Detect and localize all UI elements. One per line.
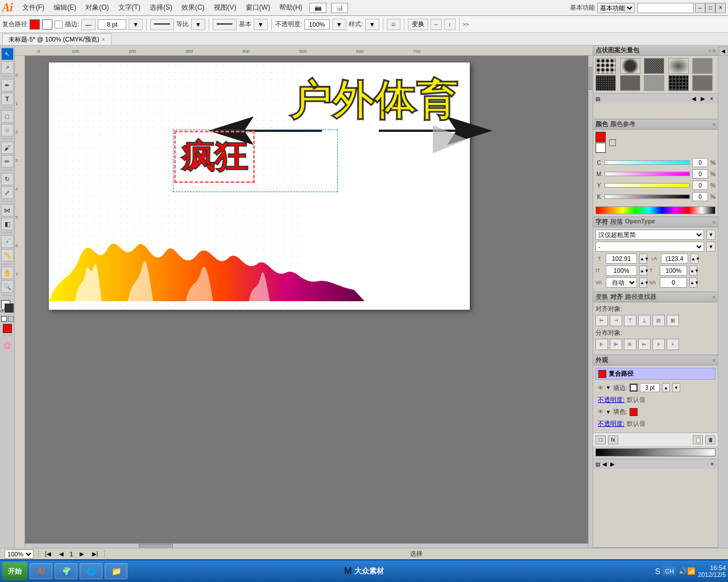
toolbar-more[interactable]: >> [463, 22, 469, 27]
status-last-btn[interactable]: ▶| [90, 551, 100, 557]
brush-item-8[interactable] [668, 75, 689, 91]
menu-select[interactable]: 选择(S) [145, 2, 177, 14]
stroke-line-btn[interactable]: ━━━━ [150, 19, 174, 30]
brush-item-4[interactable] [692, 58, 713, 74]
align-left-btn[interactable]: ⊢ [595, 315, 608, 326]
font-style-arrow[interactable]: ▼ [706, 242, 715, 252]
align-center-v-btn[interactable]: ⊟ [652, 315, 665, 326]
color-mode-normal[interactable] [1, 316, 7, 322]
brush-item-0[interactable] [595, 58, 616, 74]
brush-item-7[interactable] [644, 75, 664, 91]
m-slider[interactable] [605, 172, 690, 176]
stroke-type-btn[interactable]: ― [81, 19, 96, 30]
opacity-btn[interactable]: ▼ [332, 19, 346, 30]
color-selector[interactable]: ↺ [1, 300, 14, 313]
tool-gradient[interactable]: ◧ [1, 218, 14, 230]
font-family-select[interactable]: 汉仪超粗黑简 [595, 230, 704, 240]
tool-pen[interactable]: ✒ [1, 79, 14, 92]
color-fg-swatch[interactable] [595, 132, 606, 142]
stroke-value-up[interactable]: ▲ [662, 383, 670, 392]
tracking-spin[interactable]: ▲▼ [639, 265, 647, 276]
workspace-select[interactable]: 基本功能 [597, 3, 635, 13]
brush-panel-menu[interactable]: ≡ [713, 48, 715, 53]
char-tab-char[interactable]: 字符 [595, 218, 608, 226]
dist-center-v-btn[interactable]: ⊧ [652, 339, 665, 350]
stroke-visibility-eye[interactable]: 👁 [598, 385, 603, 391]
stroke-value-down[interactable]: ▼ [672, 383, 680, 392]
align-center-h-btn[interactable]: ⊣ [610, 315, 622, 326]
tool-rect[interactable]: □ [1, 110, 14, 123]
y-value[interactable] [692, 181, 708, 190]
panel-next-btn[interactable]: ▶ [609, 461, 617, 467]
fill-color-swatch[interactable] [630, 408, 638, 416]
baseline-spin[interactable]: ▲▼ [689, 277, 697, 288]
stroke-expand-icon[interactable]: ▼ [606, 385, 611, 390]
tab-close-btn[interactable]: × [102, 36, 105, 43]
color-spectrum[interactable] [595, 206, 715, 214]
leading-input[interactable] [661, 253, 688, 264]
color-bg-swatch[interactable] [595, 143, 606, 153]
font-family-arrow[interactable]: ▼ [706, 230, 715, 240]
opacity-input[interactable] [304, 19, 330, 30]
transform-btn[interactable]: 变换 [408, 19, 428, 30]
font-size-spin[interactable]: ▲▼ [639, 253, 647, 264]
y-slider[interactable] [605, 183, 690, 188]
brush-item-2[interactable] [644, 58, 664, 74]
mirror-v-btn[interactable]: ↕ [444, 19, 456, 30]
status-prev-btn[interactable]: |◀ [43, 551, 53, 557]
k-value[interactable] [692, 192, 708, 201]
tool-brush[interactable]: 🖌 [1, 142, 14, 154]
taskbar-explorer[interactable]: 📁 [105, 563, 127, 579]
tool-type[interactable]: T [1, 93, 14, 105]
transform-panel-menu[interactable]: ≡ [713, 294, 715, 300]
tool-hand[interactable]: ✋ [1, 267, 14, 279]
scrollbar-thumb-h[interactable] [139, 544, 173, 548]
stroke-swatch[interactable] [630, 384, 638, 392]
fill-visibility-eye[interactable]: 👁 [598, 409, 603, 415]
leading-spin[interactable]: ▲▼ [690, 253, 698, 264]
scale-spin[interactable]: ▲▼ [689, 265, 697, 276]
align-top-btn[interactable]: ⊥ [638, 315, 651, 326]
brush-item-5[interactable] [595, 75, 616, 91]
stroke-color[interactable] [5, 304, 14, 313]
char-tab-opentype[interactable]: OpenType [625, 218, 655, 226]
appear-fx-btn[interactable]: fx [608, 435, 618, 444]
color-panel-menu[interactable]: ≡ [713, 122, 715, 127]
brush-item-6[interactable] [620, 75, 640, 91]
baseline-input[interactable] [660, 277, 687, 288]
zoom-select[interactable]: 100% [5, 550, 34, 559]
scrollbar-thumb-v[interactable] [589, 67, 593, 90]
maximize-button[interactable]: □ [705, 3, 715, 13]
m-value[interactable] [692, 169, 708, 178]
tool-zoom[interactable]: 🔍 [1, 280, 14, 293]
taskbar-ai[interactable]: Ai [30, 563, 52, 579]
font-size-input[interactable] [606, 253, 637, 264]
start-button[interactable]: 开始 [2, 562, 27, 580]
collapse-btn[interactable]: ◀ [719, 47, 728, 56]
menu-object[interactable]: 对象(O) [81, 2, 113, 14]
menu-text[interactable]: 文字(T) [114, 2, 145, 14]
brush-panel-minimize[interactable]: – [709, 48, 712, 53]
dist-right-btn[interactable]: ⊪ [624, 339, 636, 350]
dist-center-h-btn[interactable]: ⊫ [610, 339, 622, 350]
tab-pathfinder[interactable]: 路径查找器 [625, 293, 656, 301]
appear-add-btn[interactable]: □ [595, 435, 606, 444]
fill-opacity-link[interactable]: 不透明度: [598, 419, 624, 428]
color-tab-ref[interactable]: 颜色参考 [610, 120, 635, 128]
tool-select[interactable]: ↖ [1, 48, 14, 60]
status-back-btn[interactable]: ◀ [57, 551, 65, 557]
color-mode-none[interactable] [8, 316, 14, 322]
menu-window[interactable]: 窗口(W) [241, 2, 275, 14]
close-button[interactable]: × [715, 3, 726, 13]
fill-expand-icon[interactable]: ▼ [606, 409, 611, 415]
brush-item-3[interactable] [668, 58, 689, 74]
stroke-size-btn[interactable]: ▼ [129, 19, 143, 30]
tab-document[interactable]: 未标题-5* @ 100% (CMYK/预览) × [2, 34, 111, 45]
smiley-btn[interactable]: ☺ [387, 19, 400, 30]
brush-item-1[interactable] [620, 58, 640, 74]
panel-close-btn[interactable]: × [709, 461, 715, 467]
menu-help[interactable]: 帮助(H) [275, 2, 307, 14]
kerning-select[interactable]: 自动 [606, 277, 637, 288]
appearance-panel-menu[interactable]: ≡ [713, 357, 715, 363]
toolbar-stroke-swatch[interactable] [42, 19, 52, 30]
